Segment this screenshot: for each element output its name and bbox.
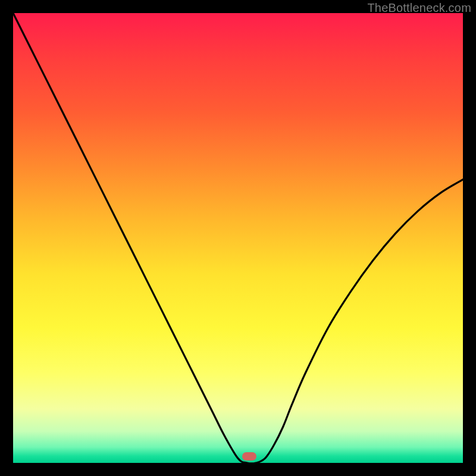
plot-area [13, 13, 463, 463]
watermark-text: TheBottleneck.com [367, 1, 471, 15]
bottleneck-curve-path [13, 13, 463, 463]
chart-stage: TheBottleneck.com [0, 0, 476, 476]
curve-svg [13, 13, 463, 463]
minimum-marker [242, 452, 256, 461]
